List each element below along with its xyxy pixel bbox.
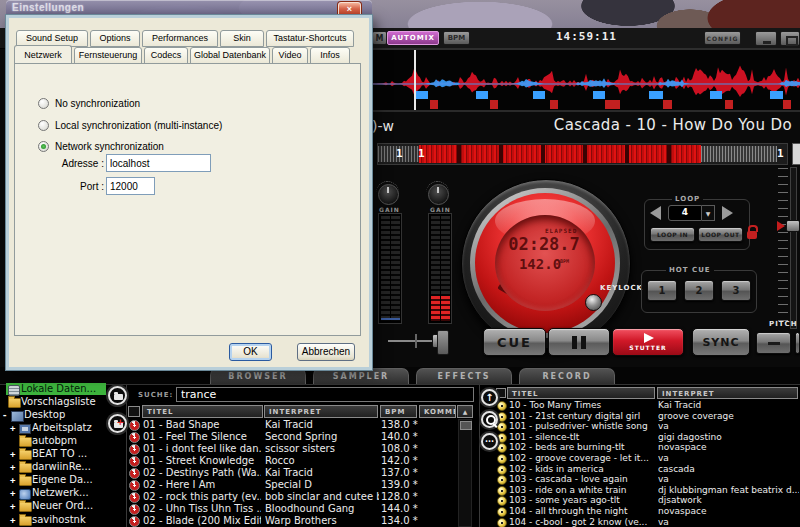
elapsed-time: 02:28.7 — [496, 234, 592, 254]
track-artist-cell: Kai Tracid — [265, 419, 379, 430]
dialog-title: Einstellungen — [12, 2, 84, 13]
track-artist-cell: scissor sisters — [265, 443, 379, 454]
radio-label-no-synchronization: No synchronization — [55, 98, 140, 109]
radio-network-synchronization[interactable] — [38, 141, 49, 152]
window-mode-button[interactable] — [780, 31, 800, 46]
pitch-minus-button[interactable] — [756, 332, 791, 354]
beat-marker-red — [783, 100, 791, 109]
track-artist-cell: Bloodhound Gang — [265, 503, 379, 514]
address-input[interactable] — [106, 154, 211, 172]
tab-fernsteuerung[interactable]: Fernsteuerung — [74, 47, 142, 64]
more-options-button[interactable]: ··· — [481, 433, 498, 450]
loop-length-box: 4 — [668, 205, 702, 221]
loop-label: LOOP — [672, 195, 703, 203]
tab-video[interactable]: Video — [272, 47, 308, 64]
pitch-plus-button[interactable] — [795, 332, 800, 354]
pause-button[interactable] — [548, 328, 610, 356]
tab-global-datenbank[interactable]: Global Datenbank — [190, 47, 270, 64]
hot-cue-1-button[interactable]: 1 — [647, 280, 677, 301]
panel-tab-record[interactable]: RECORD — [519, 368, 615, 384]
radio-label-local-synchronization-multi-instance: Local synchronization (multi-instance) — [55, 120, 222, 131]
track-row[interactable]: 02 - Blade (200 Mix Edit)Warp Brothers13… — [0, 515, 480, 527]
keylock-button[interactable] — [585, 294, 602, 311]
track-title-cell: 01 - i dont feel like dan... — [143, 443, 261, 454]
beat-marker-red — [605, 100, 620, 109]
tab-skin[interactable]: Skin — [220, 30, 264, 47]
track-bpm-cell: 138.0 * — [381, 419, 441, 430]
analyzed-disc-icon — [129, 432, 140, 443]
beat-marker-blue — [593, 91, 605, 99]
clock-display: 14:59:11 — [556, 30, 616, 45]
track-artist-cell: Second Spring — [265, 431, 379, 442]
track-row[interactable]: 02 - Destinys Path (Wa...Kai Tracid137.0… — [0, 467, 480, 479]
track-title-cell: 02 - Blade (200 Mix Edit) — [143, 515, 261, 526]
track-artist-cell: Warp Brothers — [265, 515, 379, 526]
side-column-interpret[interactable]: INTERPRET — [657, 387, 798, 399]
hot-cue-3-button[interactable]: 3 — [721, 280, 751, 301]
add-folder-button[interactable]: + — [108, 414, 127, 433]
loop-length-dropdown[interactable]: ▼ — [702, 205, 715, 221]
track-row[interactable]: 02 - Uhn Tiss Uhn Tiss ...Bloodhound Gan… — [0, 503, 480, 515]
track-title-cell: 01 - Feel The Silence — [143, 431, 261, 442]
track-bpm-cell: 140.0 * — [381, 431, 441, 442]
beat-marker-red — [490, 100, 498, 109]
analyzed-disc-icon — [129, 456, 140, 467]
track-row[interactable]: 01 - Bad ShapeKai Tracid138.0 * — [0, 419, 480, 431]
track-title-cell: 01 - Bad Shape — [143, 419, 261, 430]
loop-lock-icon[interactable] — [747, 231, 757, 239]
beat-marker-red — [550, 100, 558, 109]
port-input[interactable] — [106, 177, 155, 195]
radio-local-synchronization-multi-instance[interactable] — [38, 120, 49, 131]
cancel-button[interactable]: Abbrechen — [297, 343, 355, 361]
track-row[interactable]: 02 - rock this party (ev...bob sinclar a… — [0, 491, 480, 503]
minimize-button[interactable] — [755, 31, 777, 46]
loop-half-button[interactable] — [650, 206, 661, 220]
dialog-titlebar[interactable]: Einstellungen — [6, 0, 372, 16]
track-bpm-cell: 144.0 * — [381, 503, 441, 514]
hot-cue-label: HOT CUE — [666, 266, 714, 274]
track-row[interactable]: 02 - Here I AmSpecial D139.0 * — [0, 479, 480, 491]
track-title-cell: 02 - Destinys Path (Wa... — [143, 467, 261, 478]
loop-out-button[interactable]: LOOP OUT — [698, 227, 743, 242]
beat-marker-red — [725, 100, 733, 109]
ok-button[interactable]: OK — [229, 343, 272, 361]
beat-marker-red — [663, 100, 672, 109]
pitch-ticks — [778, 168, 788, 328]
tab-tastatur-shortcuts[interactable]: Tastatur-Shortcuts — [266, 30, 354, 47]
play-icon — [644, 333, 654, 343]
tab-options[interactable]: Options — [90, 30, 140, 47]
track-title-cell: 02 - rock this party (ev... — [143, 491, 261, 502]
loop-in-button[interactable]: LOOP IN — [650, 227, 695, 242]
favorite-folder-button[interactable] — [108, 386, 127, 405]
stutter-button[interactable]: STUTTER — [612, 328, 684, 356]
tab-codecs[interactable]: Codecs — [144, 47, 188, 64]
cue-button[interactable]: CUE — [483, 328, 546, 356]
bpm-display: 142.0 — [498, 256, 582, 272]
beat-marker-blue — [533, 91, 545, 99]
track-artist-cell: bob sinclar and cutee b... — [265, 491, 379, 502]
track-row[interactable]: 01 - Feel The SilenceSecond Spring140.0 … — [0, 431, 480, 443]
pitch-slider-handle[interactable] — [786, 220, 800, 232]
pause-icon — [572, 336, 577, 349]
sync-button[interactable]: SYNC — [692, 328, 750, 356]
radio-no-synchronization[interactable] — [38, 98, 49, 109]
keylock-label: KEYLOCK — [600, 284, 643, 292]
pitch-slider-track[interactable] — [790, 167, 797, 329]
folder-icon — [114, 394, 123, 400]
track-bpm-cell: 108.0 * — [381, 443, 441, 454]
overview-end-box — [792, 143, 800, 165]
pitch-label: PITCH — [769, 320, 798, 328]
magnifier-icon — [486, 415, 496, 425]
config-button[interactable]: CONFIG — [704, 31, 741, 45]
move-up-button[interactable]: ↑ — [481, 389, 498, 406]
track-row[interactable]: 01 - i dont feel like dan...scissor sist… — [0, 443, 480, 455]
track-bpm-cell: 142.0 * — [381, 455, 441, 466]
virtualdj-app: M AUTOMIX BPM 14:59:11 CONFIG )-w Cascad… — [0, 0, 800, 527]
tab-infos[interactable]: Infos — [310, 47, 350, 64]
search-tools-button[interactable] — [481, 411, 498, 428]
tab-performances[interactable]: Performances — [142, 30, 218, 47]
hot-cue-2-button[interactable]: 2 — [684, 280, 714, 301]
loop-double-button[interactable] — [722, 206, 733, 220]
track-row[interactable]: 01 - Street KnowledgeRocco142.0 * — [0, 455, 480, 467]
side-column-titel[interactable]: TITEL — [507, 387, 655, 399]
